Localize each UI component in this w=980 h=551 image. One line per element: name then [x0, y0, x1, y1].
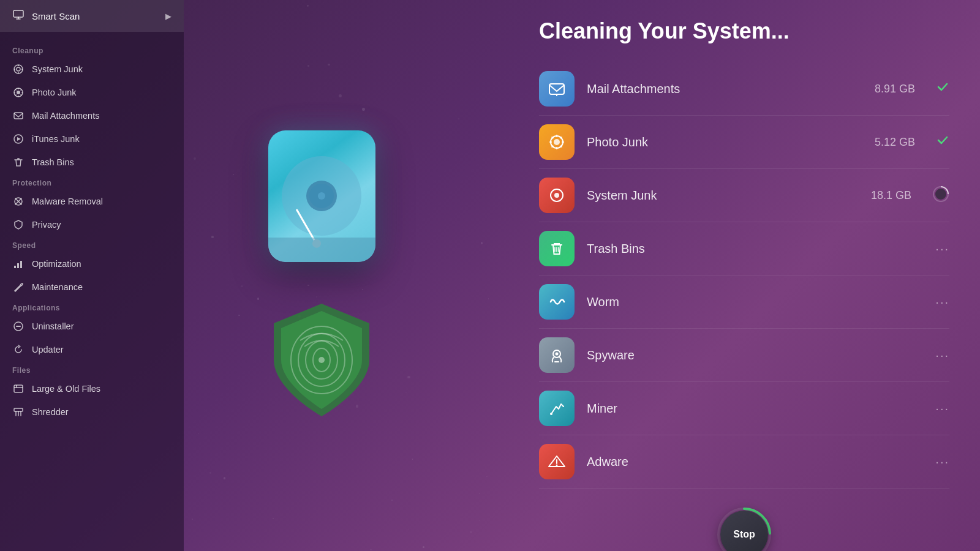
- photo-junk-label: Photo Junk: [32, 88, 77, 97]
- system-junk-size: 18.1 GB: [871, 189, 911, 202]
- sidebar-item-malware-removal[interactable]: Malware Removal: [0, 190, 184, 213]
- sidebar-item-large-old-files[interactable]: Large & Old Files: [0, 377, 184, 400]
- sidebar-item-shredder[interactable]: Shredder: [0, 400, 184, 424]
- photo-junk-name: Photo Junk: [587, 135, 862, 149]
- scan-item-system-junk: System Junk18.1 GB: [539, 169, 949, 222]
- section-label-files: Files: [0, 361, 184, 377]
- svg-point-29: [550, 413, 552, 415]
- privacy-icon: [12, 219, 24, 231]
- sidebar-item-optimization[interactable]: Optimization: [0, 252, 184, 276]
- system-junk-name: System Junk: [587, 189, 859, 203]
- section-label-speed: Speed: [0, 236, 184, 252]
- svg-rect-8: [14, 266, 16, 268]
- optimization-label: Optimization: [32, 259, 81, 269]
- sidebar-item-maintenance[interactable]: Maintenance: [0, 276, 184, 299]
- uninstaller-icon: [12, 320, 24, 332]
- large-old-files-label: Large & Old Files: [32, 384, 100, 394]
- system-junk-status: [932, 186, 949, 205]
- adware-scan-icon: [539, 444, 575, 479]
- page-title: Cleaning Your System...: [539, 18, 949, 44]
- adware-status: ···: [935, 455, 949, 469]
- shredder-icon: [12, 406, 24, 418]
- trash-bins-name: Trash Bins: [587, 242, 923, 256]
- worm-name: Worm: [587, 295, 923, 309]
- monitor-icon: [12, 9, 24, 23]
- mail-attachments-name: Mail Attachments: [587, 82, 862, 96]
- spyware-name: Spyware: [587, 348, 923, 362]
- trash-bins-label: Trash Bins: [32, 157, 74, 167]
- svg-rect-9: [17, 263, 19, 268]
- worm-scan-icon: [539, 284, 575, 320]
- miner-scan-icon: [539, 391, 575, 426]
- main-area: Cleaning Your System... Mail Attachments…: [184, 0, 980, 551]
- stop-button-wrapper: Stop: [717, 507, 772, 551]
- itunes-junk-icon: [12, 133, 24, 145]
- svg-rect-10: [20, 261, 22, 268]
- svg-rect-12: [14, 385, 23, 392]
- maintenance-label: Maintenance: [32, 282, 83, 292]
- center-icons: [184, 0, 459, 551]
- maintenance-icon: [12, 281, 24, 293]
- smart-scan-label: Smart Scan: [32, 11, 80, 21]
- system-junk-scan-icon: [539, 178, 575, 213]
- sidebar-item-uninstaller[interactable]: Uninstaller: [0, 315, 184, 338]
- scan-items-list: Mail Attachments8.91 GBPhoto Junk5.12 GB…: [539, 62, 949, 489]
- photo-junk-icon: [12, 86, 24, 99]
- mail-attachments-status: [936, 80, 949, 97]
- svg-point-31: [556, 465, 558, 467]
- sidebar-item-updater[interactable]: Updater: [0, 338, 184, 361]
- svg-point-18: [318, 357, 325, 363]
- photo-junk-size: 5.12 GB: [875, 136, 915, 149]
- updater-icon: [12, 343, 24, 356]
- itunes-junk-label: iTunes Junk: [32, 134, 80, 144]
- section-label-protection: Protection: [0, 174, 184, 190]
- scan-item-mail-attachments: Mail Attachments8.91 GB: [539, 62, 949, 116]
- svg-point-2: [17, 67, 20, 71]
- sidebar: Smart Scan ▶ CleanupSystem JunkPhoto Jun…: [0, 0, 184, 551]
- optimization-icon: [12, 258, 24, 270]
- scan-item-spyware: Spyware···: [539, 329, 949, 382]
- svg-point-28: [556, 353, 559, 356]
- uninstaller-label: Uninstaller: [32, 321, 74, 331]
- svg-point-17: [313, 348, 330, 372]
- mail-attachments-scan-icon: [539, 71, 575, 107]
- svg-point-14: [291, 326, 352, 394]
- trash-bins-icon: [12, 156, 24, 168]
- mail-attachments-size: 8.91 GB: [875, 83, 915, 96]
- svg-point-24: [554, 193, 559, 198]
- svg-rect-5: [14, 113, 23, 119]
- sidebar-item-photo-junk[interactable]: Photo Junk: [0, 81, 184, 104]
- svg-point-15: [298, 334, 345, 386]
- worm-status: ···: [935, 295, 949, 309]
- sidebar-item-system-junk[interactable]: System Junk: [0, 58, 184, 81]
- shield-icon: [266, 299, 377, 421]
- privacy-label: Privacy: [32, 220, 61, 230]
- sidebar-item-trash-bins[interactable]: Trash Bins: [0, 151, 184, 174]
- sidebar-item-itunes-junk[interactable]: iTunes Junk: [0, 127, 184, 151]
- disk-icon: [268, 130, 375, 262]
- spyware-status: ···: [935, 348, 949, 362]
- svg-point-16: [306, 341, 337, 379]
- svg-rect-19: [549, 84, 564, 94]
- shredder-label: Shredder: [32, 407, 69, 417]
- trash-bins-status: ···: [935, 242, 949, 256]
- mail-attachments-icon: [12, 110, 24, 122]
- stop-area: Stop: [539, 507, 949, 551]
- disk-platter: [282, 156, 361, 236]
- sidebar-item-mail-attachments[interactable]: Mail Attachments: [0, 104, 184, 127]
- scan-item-miner: Miner···: [539, 382, 949, 435]
- svg-point-26: [935, 189, 946, 200]
- malware-removal-icon: [12, 195, 24, 208]
- photo-junk-scan-icon: [539, 124, 575, 160]
- scan-item-adware: Adware···: [539, 435, 949, 489]
- right-panel: Cleaning Your System... Mail Attachments…: [502, 0, 980, 551]
- section-label-applications: Applications: [0, 299, 184, 315]
- system-junk-icon: [12, 63, 24, 75]
- smart-scan-item[interactable]: Smart Scan ▶: [0, 0, 184, 32]
- adware-name: Adware: [587, 455, 923, 469]
- svg-rect-0: [13, 10, 23, 17]
- scan-item-worm: Worm···: [539, 276, 949, 329]
- sidebar-item-privacy[interactable]: Privacy: [0, 213, 184, 236]
- spyware-scan-icon: [539, 337, 575, 373]
- svg-point-1: [14, 65, 23, 73]
